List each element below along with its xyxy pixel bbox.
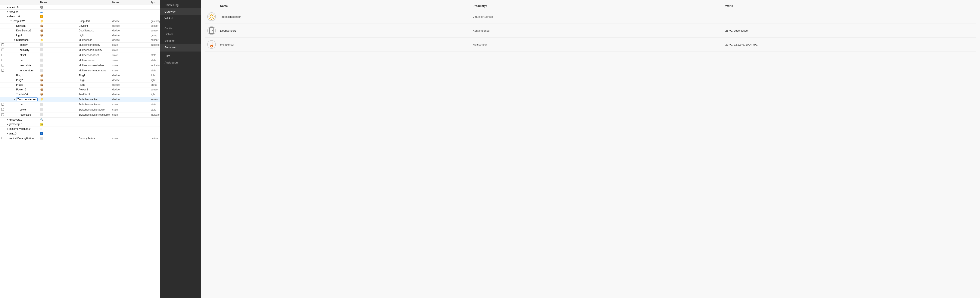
- checkbox-cell[interactable]: [0, 63, 5, 68]
- row-checkbox[interactable]: [1, 69, 4, 72]
- menu-item-darstellung[interactable]: Darstellung: [160, 2, 201, 8]
- expand-chevron[interactable]: ▶: [6, 6, 9, 8]
- table-row[interactable]: Power_2 📦 Power 2 device sensor ✏: [0, 87, 160, 92]
- menu-bottom-item-ausloggen[interactable]: Ausloggen: [160, 59, 201, 66]
- expand-cell[interactable]: ▼ Raspi-GW: [5, 19, 39, 24]
- expand-chevron[interactable]: ▶: [6, 15, 9, 18]
- menu-device-item-schalter[interactable]: Schalter: [160, 37, 201, 44]
- table-row[interactable]: root_4.DummyButton DummyButton state but…: [0, 136, 160, 141]
- expand-cell[interactable]: ▶ admin.0: [5, 5, 39, 10]
- menu-device-item-sensoren[interactable]: Sensoren: [160, 44, 201, 51]
- expand-cell[interactable]: ▼: [5, 97, 39, 102]
- producttype-cell: Multisensor battery: [77, 42, 111, 48]
- menu-item-gateway[interactable]: Gateway: [160, 8, 201, 15]
- expand-chevron[interactable]: ▶: [6, 118, 9, 121]
- expand-chevron[interactable]: ▶: [6, 123, 9, 126]
- icon-cell: [39, 63, 77, 68]
- producttype-cell: DummyButton: [77, 136, 111, 141]
- checkbox-cell[interactable]: [0, 58, 5, 63]
- checkbox-cell: [0, 73, 5, 78]
- checkbox-cell[interactable]: [0, 112, 5, 117]
- expand-cell[interactable]: ▶ cloud.0: [5, 10, 39, 14]
- expand-chevron[interactable]: ▼: [13, 98, 16, 101]
- expand-cell[interactable]: ▶ javascript.0: [5, 122, 39, 127]
- table-row[interactable]: ▶ javascript.0 JS: [0, 122, 160, 127]
- table-row[interactable]: Daylight 📦 Daylight device sensor ✏: [0, 24, 160, 28]
- row-checkbox[interactable]: [1, 137, 4, 139]
- state-icon: [40, 113, 43, 116]
- row-checkbox[interactable]: [1, 43, 4, 46]
- expand-cell[interactable]: ▶ ping.0: [5, 131, 39, 136]
- producttype-cell: [77, 122, 111, 127]
- checkbox-cell[interactable]: [0, 102, 5, 107]
- menu-device-item-lichter[interactable]: Lichter: [160, 31, 201, 37]
- row-checkbox[interactable]: [1, 103, 4, 105]
- table-row[interactable]: ▼ 📁 Zwischenstecker device sensor ✏: [0, 97, 160, 102]
- svg-line-7: [213, 15, 214, 15]
- expand-cell[interactable]: ▶ deconz.0: [5, 14, 39, 19]
- table-row[interactable]: ▼ Raspi-GW 📁 Raspi-GW device gateway ✏: [0, 19, 160, 24]
- table-row[interactable]: ▶ deconz.0 d: [0, 14, 160, 19]
- expand-cell: Daylight: [5, 24, 39, 28]
- checkbox-cell[interactable]: [0, 68, 5, 73]
- prop-icon-circle-tageslichtsensor: [207, 13, 216, 21]
- table-row[interactable]: power Zwischenstecker power state state …: [0, 107, 160, 112]
- row-name: Multisensor: [16, 38, 29, 41]
- row-checkbox[interactable]: [1, 49, 4, 51]
- checkbox-cell[interactable]: [0, 42, 5, 48]
- expand-cell[interactable]: ▶ discovery.0: [5, 117, 39, 122]
- table-row[interactable]: Tradfrie14 📦 Tradfrie14 device light ✏: [0, 92, 160, 97]
- row-checkbox[interactable]: [1, 113, 4, 116]
- device-icon: 📦: [40, 88, 43, 91]
- checkbox-cell[interactable]: [0, 136, 5, 141]
- table-row[interactable]: Light 📦 Light device group ✏: [0, 33, 160, 38]
- table-row[interactable]: offset Multisensor offset state state 0 …: [0, 53, 160, 58]
- table-row[interactable]: Plug1 📦 Plug1 device light ✏: [0, 73, 160, 78]
- type-cell: state: [111, 53, 150, 58]
- table-row[interactable]: battery Multisensor battery state indica…: [0, 42, 160, 48]
- expand-chevron[interactable]: ▶: [6, 132, 9, 135]
- expand-chevron[interactable]: ▶: [6, 127, 9, 130]
- type-cell: state: [111, 48, 150, 53]
- menu-bottom-item-hilfe[interactable]: Hilfe: [160, 53, 201, 59]
- row-name: discovery.0: [10, 118, 22, 121]
- producttype-cell: Zwischenstecker: [77, 97, 111, 102]
- table-row[interactable]: on Multisensor on state state true ✏ 🔧: [0, 58, 160, 63]
- table-row[interactable]: ▶ ping.0 P: [0, 131, 160, 136]
- row-name: Light: [16, 34, 22, 37]
- table-row[interactable]: Plugs 📦 Plugs device group ✏: [0, 83, 160, 87]
- table-row[interactable]: ▶ cloud.0 ☁: [0, 10, 160, 14]
- table-row[interactable]: reachable Zwischenstecker reachable stat…: [0, 112, 160, 117]
- menu-item-wlan[interactable]: WLAN: [160, 15, 201, 22]
- row-checkbox[interactable]: [1, 54, 4, 56]
- expand-chevron[interactable]: ▶: [6, 11, 9, 13]
- name-edit-input[interactable]: [16, 97, 38, 101]
- table-row[interactable]: DoorSensor1 📦 DoorSensor1 device sensor …: [0, 28, 160, 33]
- checkbox-cell[interactable]: [0, 107, 5, 112]
- row-name: reachable: [20, 64, 31, 67]
- expand-chevron[interactable]: ▼: [10, 20, 13, 22]
- expand-cell[interactable]: ▶ mihome-vacuum.0: [5, 127, 39, 131]
- table-row[interactable]: ▶ admin.0 ⚙: [0, 5, 160, 10]
- table-row[interactable]: temperature Multisensor temperature stat…: [0, 68, 160, 73]
- table-row[interactable]: on Zwischenstecker on state state true ✏…: [0, 102, 160, 107]
- table-row[interactable]: humidity Multisensor humidity state 54.6…: [0, 48, 160, 53]
- type-cell: device: [111, 83, 150, 87]
- role-cell: group: [150, 33, 160, 38]
- row-checkbox[interactable]: [1, 59, 4, 61]
- producttype-cell: Plugs: [77, 83, 111, 87]
- row-checkbox[interactable]: [1, 64, 4, 67]
- row-checkbox[interactable]: [1, 108, 4, 111]
- expand-cell[interactable]: ▼ Multisensor: [5, 38, 39, 42]
- table-row[interactable]: ▶ discovery.0 🔍: [0, 117, 160, 122]
- prop-name-multisensor: Multisensor: [220, 43, 471, 46]
- table-row[interactable]: ▼ Multisensor 📁 Multisensor device senso…: [0, 38, 160, 42]
- table-row[interactable]: reachable Multisensor reachable state in…: [0, 63, 160, 68]
- checkbox-cell[interactable]: [0, 53, 5, 58]
- expand-chevron[interactable]: ▼: [13, 39, 16, 41]
- table-row[interactable]: Plug2 📦 Plug2 device light ✏: [0, 78, 160, 83]
- table-row[interactable]: ▶ mihome-vacuum.0 ○: [0, 127, 160, 131]
- checkbox-cell[interactable]: [0, 48, 5, 53]
- role-cell: light: [150, 78, 160, 83]
- expand-cell: Plug2: [5, 78, 39, 83]
